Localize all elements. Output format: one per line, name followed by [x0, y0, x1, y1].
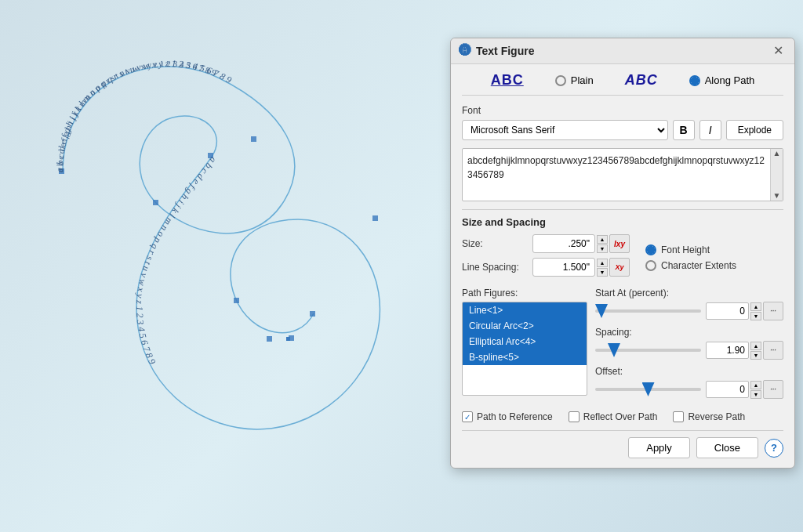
- start-at-thumb[interactable]: [595, 304, 608, 318]
- start-at-num-wrap: ▲ ▼ ···: [706, 302, 783, 320]
- size-spin-buttons: ▲ ▼: [597, 235, 608, 253]
- spacing-input[interactable]: [706, 342, 749, 359]
- svg-rect-1: [153, 200, 158, 205]
- scroll-up-arrow[interactable]: ▲: [773, 150, 781, 157]
- reflect-over-path-label: Reflect Over Path: [583, 411, 658, 422]
- path-figures-header: Path Figures:: [462, 288, 587, 299]
- start-at-slider-row: ▲ ▼ ···: [595, 302, 783, 320]
- spacing-spin-down[interactable]: ▼: [750, 351, 761, 360]
- line-spacing-unit-btn[interactable]: Xy: [609, 258, 630, 277]
- font-row: Microsoft Sans Serif B I Explode: [462, 120, 783, 140]
- path-figures-col: Path Figures: Line<1> Circular Arc<2> El…: [462, 288, 587, 405]
- bottom-row: Apply Close ?: [462, 430, 783, 458]
- help-label: ?: [771, 442, 777, 454]
- help-button[interactable]: ?: [765, 439, 783, 458]
- start-at-spin-up[interactable]: ▲: [750, 302, 761, 311]
- line-spacing-spin-down[interactable]: ▼: [597, 268, 608, 277]
- svg-text:a b c d e f g h i j k l m n o : a b c d e f g h i j k l m n o p q r s t …: [54, 58, 234, 172]
- spacing-num-wrap: ▲ ▼ ···: [706, 341, 783, 360]
- size-input[interactable]: [532, 234, 595, 253]
- bold-button[interactable]: B: [673, 120, 695, 140]
- along-path-label: Along Path: [705, 74, 755, 86]
- offset-track[interactable]: [595, 388, 701, 391]
- offset-header: Offset:: [595, 366, 783, 377]
- reverse-path-checkbox[interactable]: Reverse Path: [673, 411, 745, 422]
- line-spacing-spin-up[interactable]: ▲: [597, 259, 608, 267]
- spacing-slider-row: ▲ ▼ ···: [595, 341, 783, 360]
- line-spacing-field-row: Line Spacing: ▲ ▼ Xy: [462, 258, 630, 277]
- explode-label: Explode: [738, 125, 772, 136]
- canvas-svg: a b c d e f g h i j k l m n o p q r s t …: [0, 0, 439, 532]
- size-spin-down[interactable]: ▼: [597, 244, 608, 253]
- path-to-ref-checkbox[interactable]: ✓ Path to Reference: [462, 411, 553, 422]
- offset-thumb[interactable]: [642, 382, 655, 396]
- svg-rect-7: [267, 336, 272, 342]
- apply-button[interactable]: Apply: [628, 437, 690, 458]
- spacing-spin: ▲ ▼: [750, 342, 761, 360]
- along-path-radio[interactable]: [689, 75, 700, 86]
- dialog-titlebar: 🅐 Text Figure ✕: [451, 38, 794, 64]
- reflect-over-path-checkbox[interactable]: Reflect Over Path: [569, 411, 658, 422]
- font-height-row[interactable]: Font Height: [645, 244, 783, 255]
- start-at-unit[interactable]: ···: [763, 302, 783, 320]
- offset-spin-down[interactable]: ▼: [750, 390, 761, 399]
- start-at-input[interactable]: [706, 302, 749, 320]
- offset-slider-row: ▲ ▼ ···: [595, 380, 783, 399]
- offset-unit[interactable]: ···: [763, 380, 783, 399]
- size-spacing-right: Font Height Character Extents: [638, 234, 783, 281]
- start-at-spin: ▲ ▼: [750, 302, 761, 320]
- size-unit-btn[interactable]: Ixy: [609, 234, 630, 253]
- char-extents-radio[interactable]: [645, 260, 656, 271]
- explode-button[interactable]: Explode: [726, 120, 783, 140]
- size-spin-up[interactable]: ▲: [597, 235, 608, 244]
- apply-label: Apply: [646, 442, 672, 454]
- size-spacing-cols: Size: ▲ ▼ Ixy Line Spacing:: [462, 234, 783, 281]
- scrollbar-vertical[interactable]: ▲ ▼: [770, 149, 783, 201]
- start-at-track[interactable]: [595, 309, 701, 313]
- size-input-wrap: ▲ ▼ Ixy: [532, 234, 630, 253]
- text-content[interactable]: abcdefghijklmnopqrstuvwxyz123456789abcde…: [463, 149, 783, 201]
- path-item-circular[interactable]: Circular Arc<2>: [463, 318, 587, 334]
- spacing-spin-up[interactable]: ▲: [750, 342, 761, 350]
- font-height-radio[interactable]: [645, 244, 656, 255]
- tab-plain-abc[interactable]: ABC: [491, 72, 524, 89]
- scroll-down-arrow[interactable]: ▼: [773, 192, 781, 200]
- spacing-unit[interactable]: ···: [763, 341, 783, 360]
- reverse-path-box[interactable]: [673, 411, 684, 422]
- size-field-row: Size: ▲ ▼ Ixy: [462, 234, 630, 253]
- line-spacing-input[interactable]: [532, 258, 595, 277]
- char-extents-row[interactable]: Character Extents: [645, 260, 783, 271]
- dialog-close-button[interactable]: ✕: [770, 45, 787, 57]
- tab-along-path[interactable]: Along Path: [689, 74, 755, 86]
- path-to-ref-box[interactable]: ✓: [462, 411, 473, 422]
- svg-rect-3: [251, 136, 256, 142]
- dialog: 🅐 Text Figure ✕ ABC Plain ABC Along Path…: [450, 38, 795, 469]
- start-at-spin-down[interactable]: ▼: [750, 312, 761, 320]
- close-button[interactable]: Close: [696, 437, 758, 458]
- font-select[interactable]: Microsoft Sans Serif: [462, 120, 668, 140]
- spacing-track[interactable]: [595, 349, 701, 352]
- line-spacing-input-wrap: ▲ ▼ Xy: [532, 258, 630, 277]
- checkbox-row: ✓ Path to Reference Reflect Over Path Re…: [462, 411, 783, 422]
- italic-button[interactable]: I: [699, 120, 721, 140]
- path-item-line[interactable]: Line<1>: [463, 302, 587, 318]
- path-start-col: Start At (percent): ▲ ▼ ··· Spacing:: [595, 288, 783, 405]
- path-item-bspline[interactable]: B-spline<5>: [463, 349, 587, 365]
- tab-plain[interactable]: Plain: [555, 74, 594, 86]
- svg-rect-4: [372, 215, 378, 221]
- dialog-title: Text Figure: [476, 45, 534, 57]
- path-item-elliptical[interactable]: Elliptical Arc<4>: [463, 334, 587, 349]
- plain-radio[interactable]: [555, 75, 566, 86]
- size-spacing-left: Size: ▲ ▼ Ixy Line Spacing:: [462, 234, 630, 281]
- dialog-body: ABC Plain ABC Along Path Font Microsoft …: [451, 64, 794, 468]
- offset-input[interactable]: [706, 381, 749, 398]
- offset-spin-up[interactable]: ▲: [750, 381, 761, 389]
- spacing-thumb[interactable]: [608, 343, 620, 357]
- bold-label: B: [680, 124, 688, 136]
- reflect-over-path-box[interactable]: [569, 411, 580, 422]
- tab-styled-abc[interactable]: ABC: [625, 72, 658, 89]
- offset-num-wrap: ▲ ▼ ···: [706, 380, 783, 399]
- svg-rect-8: [234, 298, 239, 303]
- svg-rect-12: [286, 337, 290, 341]
- size-label: Size:: [462, 238, 532, 249]
